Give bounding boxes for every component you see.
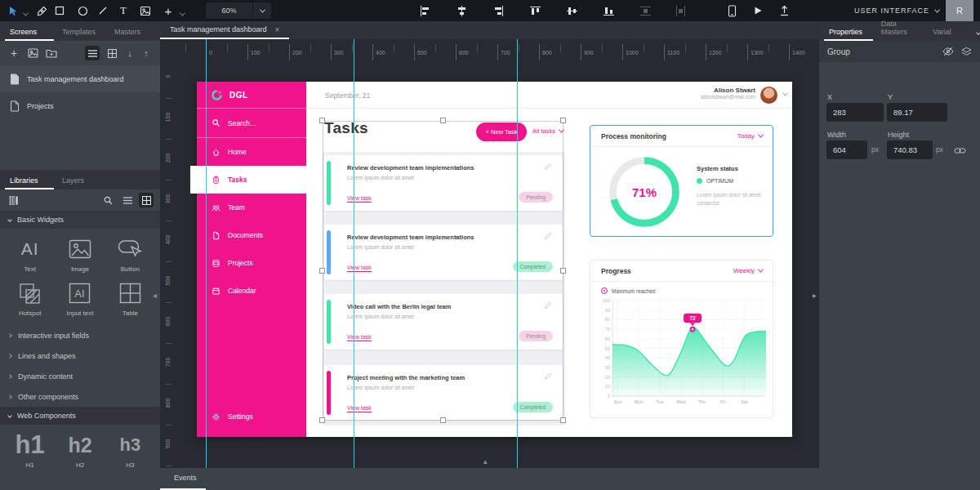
list-view-icon[interactable] xyxy=(85,46,100,60)
zoom-dropdown-icon[interactable] xyxy=(253,9,271,13)
design-menu-tasks[interactable]: Tasks xyxy=(190,166,306,194)
web-components-section-header[interactable]: Web Components xyxy=(0,407,160,425)
widget-button[interactable]: Button xyxy=(105,237,155,273)
design-menu-team[interactable]: Team xyxy=(197,194,306,221)
library-list-view-icon[interactable] xyxy=(120,193,135,207)
process-range-dropdown[interactable]: Today xyxy=(737,132,763,140)
image-tool-icon[interactable] xyxy=(139,4,152,17)
design-search[interactable]: Search... xyxy=(197,109,306,138)
align-left-icon[interactable] xyxy=(418,4,431,17)
add-screen-icon[interactable]: + xyxy=(7,46,21,60)
ellipse-tool-icon[interactable] xyxy=(76,4,89,17)
move-down-icon[interactable]: ↓ xyxy=(122,46,137,60)
library-grid-view-icon[interactable] xyxy=(139,193,154,207)
library-search-icon[interactable] xyxy=(100,193,115,207)
width-input[interactable] xyxy=(826,140,867,159)
user-block[interactable]: Alison Stwart alisonstwart@mail.com xyxy=(701,87,755,100)
widget-text[interactable]: AIText xyxy=(5,237,55,273)
pen-tool-icon[interactable] xyxy=(35,4,48,17)
screen-item-task-management-dashboard[interactable]: Task management dashboard xyxy=(0,65,160,92)
canvas-tab[interactable]: Task management dashboard × xyxy=(160,21,289,39)
tab-screens[interactable]: Screens xyxy=(10,28,52,41)
resize-handle[interactable] xyxy=(560,268,566,274)
user-menu-chevron-icon[interactable] xyxy=(782,91,788,96)
mode-dropdown[interactable]: USER INTERFACE xyxy=(854,0,939,21)
resize-handle[interactable] xyxy=(319,417,325,423)
zoom-value[interactable]: 60% xyxy=(206,7,252,15)
add-widget-chevron-icon[interactable] xyxy=(176,7,189,20)
design-menu-documents[interactable]: Documents xyxy=(197,221,306,249)
select-tool-icon[interactable] xyxy=(7,4,20,17)
distribute-vertical-icon[interactable] xyxy=(639,4,652,17)
tab-varial[interactable]: Varial xyxy=(933,28,975,41)
section-interactive-input-fields[interactable]: Interactive input fields xyxy=(0,325,160,345)
close-tab-icon[interactable]: × xyxy=(275,25,280,34)
widget-input-text[interactable]: AIInput text xyxy=(55,281,105,317)
move-up-icon[interactable]: ↑ xyxy=(139,46,154,60)
design-menu-home[interactable]: Home xyxy=(197,138,306,166)
zoom-control[interactable]: 60% xyxy=(206,2,271,19)
distribute-horizontal-icon[interactable] xyxy=(674,4,687,17)
events-tab[interactable]: Events xyxy=(174,474,197,482)
widget-hotspot[interactable]: Hotspot xyxy=(5,281,55,317)
resize-handle[interactable] xyxy=(319,268,325,274)
select-tool-chevron-icon[interactable] xyxy=(19,7,32,20)
link-dimensions-icon[interactable] xyxy=(952,143,967,158)
align-right-icon[interactable] xyxy=(492,4,505,17)
add-folder-icon[interactable] xyxy=(44,46,59,60)
device-preview-icon[interactable] xyxy=(725,4,738,17)
design-menu-projects[interactable]: Projects xyxy=(197,249,306,277)
align-middle-icon[interactable] xyxy=(565,4,578,17)
design-menu-settings[interactable]: Settings xyxy=(197,404,306,429)
rectangle-tool-icon[interactable] xyxy=(53,4,66,17)
resize-handle[interactable] xyxy=(560,118,566,123)
user-avatar[interactable] xyxy=(760,87,777,104)
visibility-off-icon[interactable] xyxy=(941,44,956,59)
resize-handle[interactable] xyxy=(560,417,566,423)
add-image-screen-icon[interactable] xyxy=(25,46,40,60)
widget-image[interactable]: Image xyxy=(55,237,105,273)
web-component-h3[interactable]: h3H3 xyxy=(105,433,155,469)
columns-filter-icon[interactable] xyxy=(7,193,21,207)
progress-range-dropdown[interactable]: Weekly xyxy=(733,267,763,274)
x-input[interactable] xyxy=(826,103,884,122)
widget-table[interactable]: Table xyxy=(105,281,155,317)
add-widget-icon[interactable]: + xyxy=(162,4,175,17)
process-monitoring-card[interactable]: Process monitoring Today 71% System stat… xyxy=(590,125,773,237)
line-tool-icon[interactable] xyxy=(96,4,109,17)
resize-handle[interactable] xyxy=(440,118,446,123)
align-bottom-icon[interactable] xyxy=(602,4,615,17)
align-top-icon[interactable] xyxy=(528,4,541,17)
play-simulate-icon[interactable] xyxy=(751,4,764,17)
design-menu-calendar[interactable]: Calendar xyxy=(197,277,306,305)
text-tool-icon[interactable]: T xyxy=(117,4,130,17)
y-input[interactable] xyxy=(887,103,947,122)
tab-data-masters[interactable]: Data Masters xyxy=(881,20,924,41)
section-other-components[interactable]: Other components xyxy=(0,386,160,407)
resize-handle[interactable] xyxy=(319,118,325,123)
design-logo[interactable]: DGL xyxy=(197,82,306,109)
tab-templates[interactable]: Templates xyxy=(62,28,105,41)
properties-tabbar-chevron-icon[interactable] xyxy=(976,30,980,35)
layers-icon[interactable] xyxy=(959,44,973,59)
canvas-area[interactable]: Task management dashboard × 010020030040… xyxy=(160,21,819,468)
tab-properties[interactable]: Properties xyxy=(829,28,871,41)
collapse-left-panel-icon[interactable]: ◂ xyxy=(153,291,157,300)
section-dynamic-content[interactable]: Dynamic content xyxy=(0,366,160,386)
resize-handle[interactable] xyxy=(440,417,446,423)
basic-widgets-section-header[interactable]: Basic Widgets xyxy=(0,211,160,229)
account-avatar[interactable]: R xyxy=(946,0,973,21)
web-component-h2[interactable]: h2H2 xyxy=(55,433,105,469)
section-lines-and-shapes[interactable]: Lines and shapes xyxy=(0,345,160,366)
align-center-horizontal-icon[interactable] xyxy=(455,4,468,17)
screen-item-projects[interactable]: Projects xyxy=(0,92,160,119)
tab-masters[interactable]: Masters xyxy=(114,28,157,41)
height-input[interactable] xyxy=(887,140,933,159)
progress-card[interactable]: Progress Weekly Maximum reached 01020304… xyxy=(590,260,773,418)
share-export-icon[interactable] xyxy=(777,4,791,17)
guide-line[interactable] xyxy=(206,39,207,468)
grid-view-icon[interactable] xyxy=(105,46,119,60)
tab-libraries[interactable]: Libraries xyxy=(10,176,52,189)
expand-events-panel-icon[interactable]: ▴ xyxy=(483,457,488,466)
web-component-h1[interactable]: h1H1 xyxy=(5,433,55,469)
